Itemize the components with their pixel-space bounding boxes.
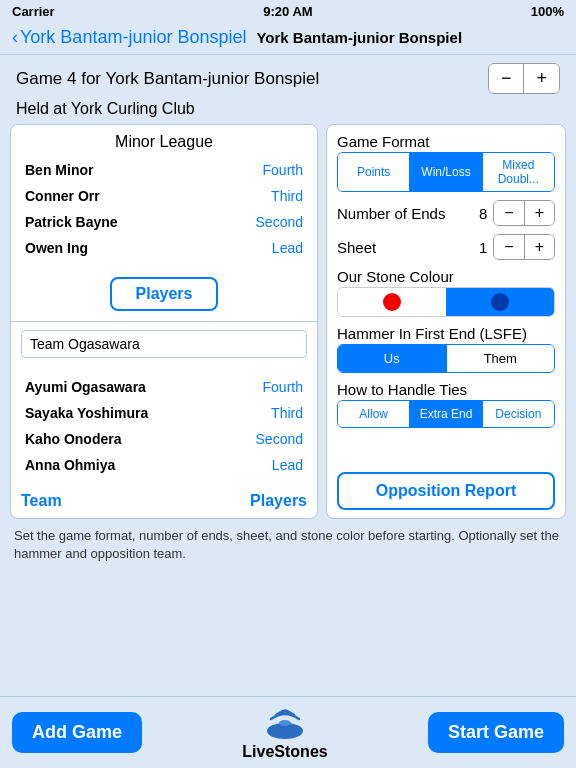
player-position: Lead <box>272 457 303 473</box>
stone-white-half[interactable] <box>338 288 446 316</box>
main-content: Minor League Ben Minor Fourth Conner Orr… <box>0 124 576 519</box>
ties-segmented[interactable]: Allow Extra End Decision <box>337 400 555 428</box>
sheet-minus-button[interactable]: − <box>494 235 524 259</box>
page-title: Game 4 for York Bantam-junior Bonspiel <box>16 69 319 89</box>
bottom-bar: Add Game LiveStones Start Game <box>0 696 576 768</box>
ends-stepper[interactable]: − + <box>493 200 555 226</box>
player-name: Ayumi Ogasawara <box>25 379 146 395</box>
ties-allow-button[interactable]: Allow <box>338 401 409 427</box>
game-format-label: Game Format <box>337 133 555 150</box>
hammer-segmented[interactable]: Us Them <box>337 344 555 373</box>
table-row: Sayaka Yoshimura Third <box>21 400 307 426</box>
left-panel: Minor League Ben Minor Fourth Conner Orr… <box>10 124 318 519</box>
format-winloss-button[interactable]: Win/Loss <box>409 153 481 191</box>
ends-stepper-group: 8 − + <box>479 200 555 226</box>
stone-colour-section: Our Stone Colour <box>337 268 555 317</box>
ends-row: Number of Ends 8 − + <box>337 200 555 226</box>
hammer-them-button[interactable]: Them <box>446 345 555 372</box>
game-format-segmented[interactable]: Points Win/Loss Mixed Doubl... <box>337 152 555 192</box>
status-bar: Carrier 9:20 AM 100% <box>0 0 576 23</box>
opposition-report-button[interactable]: Opposition Report <box>337 472 555 510</box>
ends-value: 8 <box>479 205 487 222</box>
player-position: Third <box>271 188 303 204</box>
carrier-label: Carrier <box>12 4 55 19</box>
back-label: York Bantam-junior Bonspiel <box>20 27 246 48</box>
player-position: Third <box>271 405 303 421</box>
team2-bottom-btns: Team Players <box>11 486 317 518</box>
page-title-row: Game 4 for York Bantam-junior Bonspiel −… <box>0 55 576 98</box>
team2-section: Ayumi Ogasawara Fourth Sayaka Yoshimura … <box>11 366 317 486</box>
ends-label: Number of Ends <box>337 205 445 222</box>
player-position: Lead <box>272 240 303 256</box>
ties-decision-button[interactable]: Decision <box>482 401 554 427</box>
sheet-plus-button[interactable]: + <box>525 235 554 259</box>
ties-section: How to Handle Ties Allow Extra End Decis… <box>337 381 555 428</box>
table-row: Conner Orr Third <box>21 183 307 209</box>
ties-label: How to Handle Ties <box>337 381 555 398</box>
player-position: Fourth <box>263 379 303 395</box>
logo-area: LiveStones <box>242 705 327 761</box>
right-panel: Game Format Points Win/Loss Mixed Doubl.… <box>326 124 566 519</box>
table-row: Ayumi Ogasawara Fourth <box>21 374 307 400</box>
sheet-value: 1 <box>479 239 487 256</box>
ends-plus-button[interactable]: + <box>525 201 554 225</box>
player-name: Ben Minor <box>25 162 93 178</box>
chevron-left-icon: ‹ <box>12 27 18 48</box>
stone-colour-bar[interactable] <box>337 287 555 317</box>
format-points-button[interactable]: Points <box>338 153 409 191</box>
team2-team-button[interactable]: Team <box>21 492 62 510</box>
team1-players-btn-row: Players <box>11 269 317 321</box>
ends-minus-button[interactable]: − <box>494 201 524 225</box>
nav-title: York Bantam-junior Bonspiel <box>256 29 462 46</box>
player-name: Sayaka Yoshimura <box>25 405 148 421</box>
player-name: Patrick Bayne <box>25 214 118 230</box>
stepper-minus-button[interactable]: − <box>489 64 525 93</box>
svg-point-2 <box>279 720 291 726</box>
held-at: Held at York Curling Club <box>0 98 576 124</box>
sheet-stepper[interactable]: − + <box>493 234 555 260</box>
hammer-label: Hammer In First End (LSFE) <box>337 325 555 342</box>
sheet-row: Sheet 1 − + <box>337 234 555 260</box>
game-format-section: Game Format Points Win/Loss Mixed Doubl.… <box>337 133 555 192</box>
player-position: Second <box>256 431 303 447</box>
time-label: 9:20 AM <box>263 4 312 19</box>
team2-input[interactable] <box>21 330 307 358</box>
table-row: Anna Ohmiya Lead <box>21 452 307 478</box>
livestones-icon <box>261 705 309 741</box>
stone-colour-label: Our Stone Colour <box>337 268 555 285</box>
stone-blue-half[interactable] <box>446 288 554 316</box>
format-mixeddoubles-button[interactable]: Mixed Doubl... <box>482 153 554 191</box>
red-stone-icon <box>383 293 401 311</box>
table-row: Patrick Bayne Second <box>21 209 307 235</box>
sheet-label: Sheet <box>337 239 376 256</box>
blue-stone-icon <box>491 293 509 311</box>
table-row: Ben Minor Fourth <box>21 157 307 183</box>
player-name: Owen Ing <box>25 240 88 256</box>
player-name: Kaho Onodera <box>25 431 121 447</box>
team1-name: Minor League <box>21 133 307 157</box>
game-stepper[interactable]: − + <box>488 63 560 94</box>
hammer-us-button[interactable]: Us <box>338 345 446 372</box>
player-name: Anna Ohmiya <box>25 457 115 473</box>
stepper-plus-button[interactable]: + <box>524 64 559 93</box>
nav-bar: ‹ York Bantam-junior Bonspiel York Banta… <box>0 23 576 55</box>
sheet-stepper-group: 1 − + <box>479 234 555 260</box>
ties-extraend-button[interactable]: Extra End <box>409 401 481 427</box>
add-game-button[interactable]: Add Game <box>12 712 142 753</box>
team2-input-row <box>11 322 317 366</box>
back-button[interactable]: ‹ York Bantam-junior Bonspiel <box>12 27 246 48</box>
player-position: Fourth <box>263 162 303 178</box>
team1-section: Minor League Ben Minor Fourth Conner Orr… <box>11 125 317 269</box>
hammer-section: Hammer In First End (LSFE) Us Them <box>337 325 555 373</box>
team1-players-button[interactable]: Players <box>110 277 219 311</box>
player-position: Second <box>256 214 303 230</box>
start-game-button[interactable]: Start Game <box>428 712 564 753</box>
team2-players-button[interactable]: Players <box>250 492 307 510</box>
logo-text: LiveStones <box>242 743 327 761</box>
player-name: Conner Orr <box>25 188 100 204</box>
table-row: Owen Ing Lead <box>21 235 307 261</box>
info-text: Set the game format, number of ends, she… <box>0 519 576 571</box>
table-row: Kaho Onodera Second <box>21 426 307 452</box>
battery-label: 100% <box>531 4 564 19</box>
